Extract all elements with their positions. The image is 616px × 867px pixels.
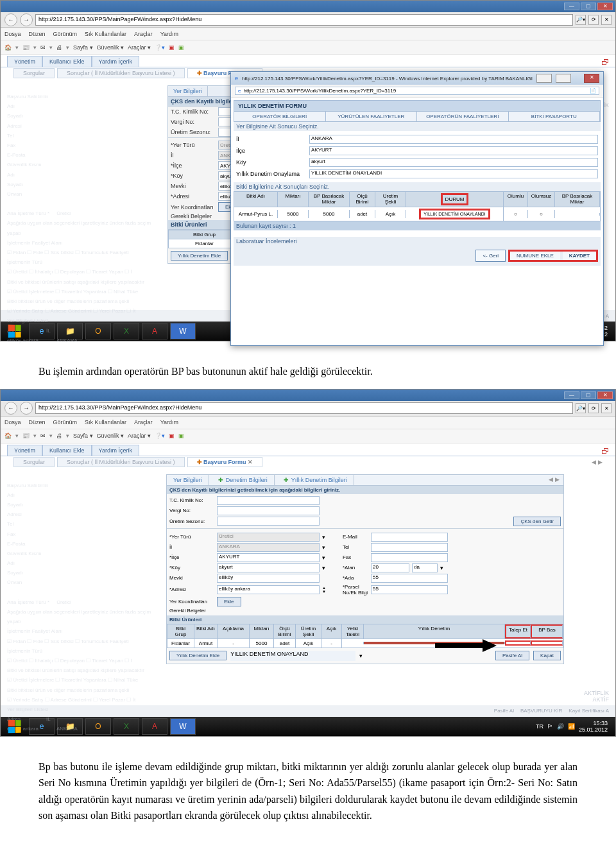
inp-adres[interactable]: elliköy ankara (217, 585, 320, 594)
page-menu[interactable]: Sayfa ▾ (73, 433, 93, 439)
help-icon[interactable]: ❔▾ (155, 433, 165, 439)
tab-yonetim[interactable]: Yönetim (7, 445, 42, 456)
tab-kullanici[interactable]: Kullanıcı Ekle (42, 445, 92, 456)
close-button[interactable]: ✕ (597, 391, 613, 399)
tab-yer-bilgileri[interactable]: Yer Bilgileri (168, 86, 208, 96)
stop-icon[interactable]: ✕ (601, 15, 612, 25)
menu-yardim[interactable]: Yardım (160, 31, 178, 37)
btn-geri[interactable]: <- Geri (475, 250, 506, 262)
menu-sik[interactable]: Sık Kullanılanlar (85, 31, 126, 37)
minimize-button[interactable]: — (564, 3, 579, 10)
taskbar-word-icon[interactable]: W (170, 718, 196, 735)
btn-pasife-al[interactable]: Pasife Al (495, 651, 529, 660)
back-button[interactable]: ← (4, 402, 17, 415)
inp-tc[interactable] (217, 496, 320, 505)
popup-close[interactable]: ✕ (584, 74, 599, 83)
btn-denetim-ekle[interactable]: Yıllık Denetim Ekle (169, 651, 227, 660)
inp-tel[interactable] (371, 543, 448, 552)
table-row[interactable]: Fidanlar Armut - 5000 adet Açık - (167, 639, 563, 648)
tab-basvuru[interactable]: ✚ Başvuru Formu ✕ (187, 457, 263, 467)
tools-menu[interactable]: Araçlar ▾ (128, 44, 151, 51)
tab-sonuclar[interactable]: Sonuçlar ( İl Müdürlükleri Başvuru Liste… (57, 457, 185, 467)
footer-pasife[interactable]: Pasife Al (494, 708, 514, 714)
inp-il[interactable]: ANKARA (217, 543, 320, 552)
val-il[interactable]: ANKARA (309, 135, 598, 144)
tab-yardim[interactable]: Yardım İçerik (92, 445, 139, 456)
popup-url[interactable]: e http://212.175.143.30/PPS/Work/YillikD… (235, 87, 599, 95)
tab-yurutulen[interactable]: YÜRÜTÜLEN FAALİYETLER (326, 112, 418, 121)
popup-minimize[interactable] (536, 74, 552, 83)
inp-alan[interactable]: 20 (371, 563, 409, 572)
tab-sorgular[interactable]: Sorgular (13, 68, 55, 78)
maximize-button[interactable]: ▢ (581, 3, 596, 10)
inp-parsel[interactable]: 55 (371, 585, 448, 594)
minimize-button[interactable]: — (564, 391, 579, 399)
back-button[interactable]: ← (4, 13, 17, 26)
tab-op-faal[interactable]: OPERATÖRÜN FAALİYETLERİ (417, 112, 509, 121)
tab-denetim[interactable]: ✚Denetim Bilgileri (209, 475, 275, 485)
footer-basvuru[interactable]: BAŞVURUYU KİR (520, 708, 562, 714)
tab-yonetim[interactable]: Yönetim (7, 56, 42, 67)
table-row[interactable]: Armut-Pyrus L. 5000 5000 adet Açık YILLI… (234, 207, 601, 221)
tray-lang[interactable]: TR (536, 723, 543, 730)
dropdown-icon[interactable]: 📄 (590, 88, 596, 94)
tab-kullanici[interactable]: Kullanıcı Ekle (42, 56, 92, 67)
inp-mevki[interactable]: elliköy (217, 574, 320, 583)
tab-bitki-pasaport[interactable]: BİTKİ PASAPORTU (509, 112, 601, 121)
inp-alan-unit[interactable]: da (412, 563, 438, 572)
maximize-button[interactable]: ▢ (581, 391, 596, 399)
menu-gorunum[interactable]: Görünüm (53, 31, 78, 37)
btn-koord-ekle[interactable]: Ekle (217, 597, 241, 606)
forward-button[interactable]: → (20, 402, 33, 415)
tab-yer-bilgileri[interactable]: Yer Bilgileri (167, 475, 209, 485)
help-icon[interactable]: ❔▾ (155, 44, 165, 51)
footer-sertifika[interactable]: Kayıt Sertifikası A (569, 708, 609, 714)
menu-dosya[interactable]: Dosya (4, 419, 21, 425)
toolbar-icon-2[interactable]: ▣ (178, 433, 184, 439)
forward-button[interactable]: → (20, 13, 33, 26)
search-dropdown[interactable]: 🔎▾ (576, 403, 586, 413)
menu-sik[interactable]: Sık Kullanılanlar (85, 419, 126, 425)
btn-kapat[interactable]: Kapat (533, 651, 561, 660)
inp-ada[interactable]: 55 (371, 574, 448, 583)
btn-numune-ekle[interactable]: NUMUNE EKLE (510, 252, 560, 260)
tray-network-icon[interactable]: 📶 (568, 723, 575, 730)
feed-icon[interactable]: 📰 (22, 44, 30, 51)
inp-yerturu[interactable]: Üretici (217, 533, 320, 542)
stop-icon[interactable]: ✕ (601, 403, 612, 413)
tab-sonuclar[interactable]: Sonuçlar ( İl Müdürlükleri Başvuru Liste… (57, 68, 185, 78)
tab-operator[interactable]: OPERATÖR BİLGİLERİ (234, 112, 326, 121)
val-koy[interactable]: akyurt (309, 158, 598, 167)
print-icon[interactable]: 🖨 (56, 44, 62, 51)
feed-icon[interactable]: 📰 (22, 433, 30, 439)
toolbar-icon-1[interactable]: ▣ (169, 44, 175, 51)
rss-icon[interactable]: 🗗 (601, 58, 609, 67)
btn-denetim-ekle[interactable]: Yıllık Denetim Ekle (171, 251, 228, 261)
menu-gorunum[interactable]: Görünüm (53, 419, 78, 425)
refresh-icon[interactable]: ⟳ (588, 403, 599, 413)
menu-araclar[interactable]: Araçlar (134, 419, 153, 425)
tray-speaker-icon[interactable]: 🔊 (557, 723, 564, 730)
close-button[interactable]: ✕ (597, 3, 613, 10)
refresh-icon[interactable]: ⟳ (588, 15, 599, 25)
tab-sorgular[interactable]: Sorgular (13, 457, 55, 467)
menu-dosya[interactable]: Dosya (4, 31, 21, 37)
toolbar-icon-2[interactable]: ▣ (178, 44, 184, 51)
btn-kaydet[interactable]: KAYDET (563, 252, 596, 260)
print-icon[interactable]: 🖨 (56, 433, 62, 439)
url-field[interactable]: http://212.175.143.30/PPS/MainPageFW/ind… (35, 14, 573, 26)
tools-menu[interactable]: Araçlar ▾ (128, 433, 151, 439)
toolbar-icon-1[interactable]: ▣ (169, 433, 175, 439)
page-menu[interactable]: Sayfa ▾ (73, 44, 93, 51)
home-icon[interactable]: 🏠 (4, 433, 12, 439)
btn-cks-getir[interactable]: ÇKS den Getir (513, 517, 561, 526)
url-field[interactable]: http://212.175.143.30/PPS/MainPageFW/ind… (35, 402, 573, 414)
mail-icon[interactable]: ✉ (40, 44, 46, 51)
mail-icon[interactable]: ✉ (40, 433, 46, 439)
tray-flag-icon[interactable]: 🏳 (547, 723, 553, 730)
val-ilce[interactable]: AKYURT (309, 146, 598, 155)
security-menu[interactable]: Güvenlik ▾ (97, 433, 124, 439)
home-icon[interactable]: 🏠 (4, 44, 12, 51)
inp-ilce[interactable]: AKYURT (217, 553, 320, 562)
popup-maximize[interactable] (556, 74, 571, 83)
